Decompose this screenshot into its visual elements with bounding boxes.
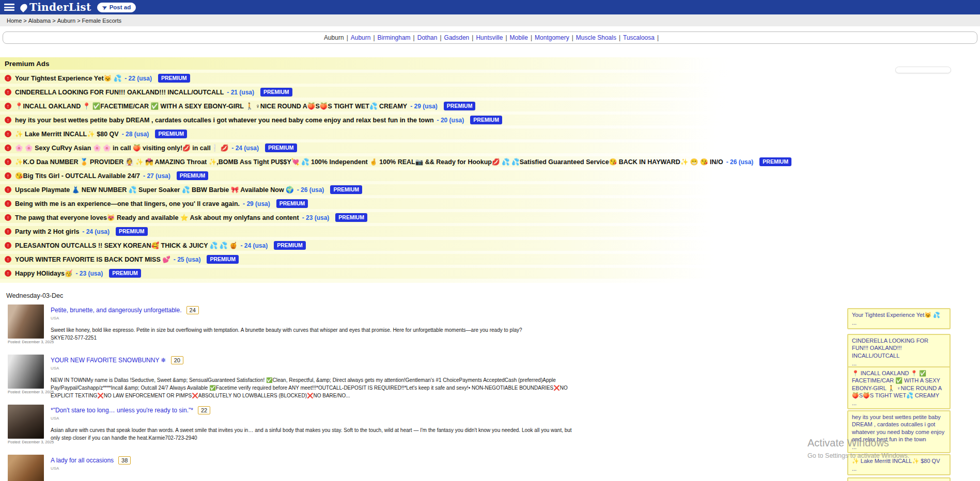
premium-ad-title[interactable]: The pawg that everyone loves😻 Ready and … [15, 214, 299, 221]
listing-title-link[interactable]: YOUR NEW FAVORITE SNOWBUNNY ❄ [51, 357, 166, 364]
premium-ad-age-meta: - 21 (usa) [227, 89, 254, 96]
premium-badge[interactable]: PREMIUM [177, 171, 209, 180]
listing-posted-date: Posted: December 3, 2025 [8, 340, 47, 344]
breadcrumb-item-auburn[interactable]: Auburn [57, 18, 75, 24]
premium-badge[interactable]: PREMIUM [759, 157, 791, 166]
city-link-huntsville[interactable]: Huntsville [476, 34, 503, 41]
listing-age-badge: 24 [186, 306, 199, 314]
premium-ad-title[interactable]: 😘Big Tits Girl - OUTCALL Available 24/7 [15, 172, 140, 180]
premium-badge[interactable]: PREMIUM [276, 199, 308, 208]
city-link-gadsden[interactable]: Gadsden [444, 34, 470, 41]
site-logo[interactable]: TinderList [21, 1, 91, 13]
premium-badge[interactable]: PREMIUM [116, 227, 148, 236]
breadcrumb-item-female-escorts[interactable]: Female Escorts [82, 18, 121, 24]
city-link-dothan[interactable]: Dothan [417, 34, 438, 41]
breadcrumb-item-alabama[interactable]: Alabama [28, 18, 51, 24]
premium-badge[interactable]: PREMIUM [109, 269, 141, 278]
premium-ad-title[interactable]: 📍INCALL OAKLAND 📍 ✅FACETIME/CAR ✅ WITH A… [15, 102, 407, 110]
listing-title-link[interactable]: Petite, brunette, and dangerously unforg… [51, 307, 182, 314]
listing-age-badge: 38 [118, 456, 131, 464]
listing-country-label: USA [51, 366, 572, 371]
premium-badge[interactable]: PREMIUM [330, 185, 362, 194]
premium-ad-title[interactable]: ✨K.O Daa NUMBER 🏅 PROVIDER 👰 ✨ 💏 AMAZING… [15, 158, 723, 166]
listing-thumbnail[interactable] [8, 304, 44, 339]
sidebar-ad-box[interactable]: hey its your best wettes petite baby DRE… [847, 410, 951, 453]
premium-ad-row: ↑Upscale Playmate 👗 NEW NUMBER 💦 Super S… [0, 184, 980, 195]
listing-title-link[interactable]: *"Don't stare too long… unless you're re… [51, 407, 193, 414]
city-separator: | [619, 34, 620, 41]
premium-ad-row: ↑YOUR WINTER FAVORITE IS BACK DONT MISS … [0, 254, 980, 265]
sidebar-ad-title[interactable]: ✨ Lake Merritt INCALL✨ $80 QV [852, 458, 940, 464]
sidebar-ad-box[interactable]: Your Tightest Experience Yet😼 💦... [847, 308, 951, 329]
sidebar-ad-title[interactable]: hey its your best wettes petite baby DRE… [852, 414, 944, 442]
bump-arrow-icon: ↑ [5, 270, 11, 277]
listing-thumbnail[interactable] [8, 355, 44, 389]
sidebar-ad-box[interactable]: ✨ Lake Merritt INCALL✨ $80 QV... [847, 454, 951, 475]
sidebar-ad-box[interactable] [847, 477, 951, 481]
city-link-montgomery[interactable]: Montgomery [535, 34, 569, 41]
sidebar-ad-box[interactable]: CINDERELLA LOOKING FOR FUN!!! OAKLAND!!!… [847, 334, 951, 370]
city-link-mobile[interactable]: Mobile [510, 34, 528, 41]
sidebar-ad-ellipsis: ... [852, 465, 946, 472]
bump-arrow-icon: ↑ [5, 172, 11, 179]
listing-title-row: YOUR NEW FAVORITE SNOWBUNNY ❄20 [51, 356, 572, 364]
premium-badge[interactable]: PREMIUM [207, 255, 239, 264]
sidebar-ad-title[interactable]: CINDERELLA LOOKING FOR FUN!!! OAKLAND!!!… [852, 338, 928, 359]
post-ad-label: Post ad [110, 4, 131, 10]
flame-icon [19, 2, 28, 12]
sidebar-ad-box[interactable]: 📍 INCALL OAKLAND 📍 ✅ FACETIME/CAR ✅ WITH… [847, 366, 951, 409]
premium-ad-row: ↑PLEASANTON OUTCALLS !! SEXY KOREAN🥰 THI… [0, 240, 980, 251]
premium-ad-title[interactable]: hey its your best wettes petite baby DRE… [15, 117, 434, 124]
premium-badge[interactable]: PREMIUM [158, 74, 190, 83]
premium-ad-title[interactable]: PLEASANTON OUTCALLS !! SEXY KOREAN🥰 THIC… [15, 242, 237, 249]
listing-thumbnail[interactable] [8, 405, 44, 439]
premium-ads-title: Premium Ads [0, 57, 980, 70]
premium-ad-age-meta: - 23 (usa) [75, 270, 103, 277]
menu-icon[interactable] [3, 3, 15, 12]
premium-ad-title[interactable]: Your Tightest Experience Yet😼 💦 [15, 74, 121, 82]
premium-ad-row: ↑Happy HOlidays🥳- 23 (usa)PREMIUM [0, 268, 980, 279]
city-link-tuscaloosa[interactable]: Tuscaloosa [623, 34, 655, 41]
premium-ad-age-meta: - 23 (usa) [302, 214, 330, 221]
premium-badge[interactable]: PREMIUM [155, 130, 187, 138]
listing-thumbnail[interactable] [8, 455, 44, 481]
breadcrumb-item-home[interactable]: Home [7, 18, 22, 24]
premium-ad-title[interactable]: CINDERELLA LOOKING FOR FUN!!! OAKLAND!!!… [15, 89, 224, 96]
city-link-muscle-shoals[interactable]: Muscle Shoals [576, 34, 616, 41]
premium-ad-title[interactable]: 🌸 🌸 Sexy CuRvy Asian 🌸 🌸 in call 🍑 visit… [15, 144, 228, 152]
premium-badge[interactable]: PREMIUM [470, 116, 502, 124]
premium-ad-title[interactable]: YOUR WINTER FAVORITE IS BACK DONT MISS 💕 [15, 255, 170, 263]
sidebar-ad-title[interactable]: 📍 INCALL OAKLAND 📍 ✅ FACETIME/CAR ✅ WITH… [852, 370, 942, 398]
post-ad-button[interactable]: ➤ Post ad [97, 3, 136, 12]
bump-arrow-icon: ↑ [5, 242, 11, 249]
city-link-auburn[interactable]: Auburn [351, 34, 371, 41]
bump-arrow-icon: ↑ [5, 103, 11, 109]
bump-arrow-icon: ↑ [5, 75, 11, 82]
listing-title-link[interactable]: A lady for all occasions [51, 457, 114, 464]
city-link-birmingham[interactable]: Birmingham [378, 34, 411, 41]
premium-ad-age-meta: - 29 (usa) [243, 200, 270, 207]
premium-ad-title[interactable]: Happy HOlidays🥳 [15, 269, 72, 277]
city-separator: | [347, 34, 348, 41]
premium-ad-title[interactable]: Party with 2 Hot girls [15, 228, 79, 235]
listing-thumb-column [8, 455, 47, 481]
bump-arrow-icon: ↑ [5, 256, 11, 263]
sidebar-ad-title[interactable]: Your Tightest Experience Yet😼 💦 [852, 312, 940, 318]
city-separator: | [373, 34, 375, 41]
listing-body: A lady for all occasions38USA [51, 455, 131, 481]
premium-badge[interactable]: PREMIUM [260, 88, 292, 97]
premium-ad-age-meta: - 27 (usa) [143, 172, 170, 180]
premium-badge[interactable]: PREMIUM [274, 241, 306, 250]
premium-badge[interactable]: PREMIUM [444, 102, 476, 110]
premium-ad-title[interactable]: Being with me is an experience—one that … [15, 200, 240, 207]
premium-badge[interactable]: PREMIUM [265, 143, 297, 152]
bump-arrow-icon: ↑ [5, 89, 11, 95]
listing-body: Petite, brunette, and dangerously unforg… [51, 304, 572, 355]
city-link-auburn[interactable]: Auburn [324, 34, 344, 41]
premium-ad-title[interactable]: Upscale Playmate 👗 NEW NUMBER 💦 Super So… [15, 186, 294, 194]
premium-ad-age-meta: - 29 (usa) [410, 103, 438, 110]
listing-posted-date: Posted: December 3, 2025 [8, 440, 47, 444]
premium-ad-age-meta: - 25 (usa) [174, 256, 201, 263]
premium-ad-title[interactable]: ✨ Lake Merritt INCALL✨ $80 QV [15, 130, 119, 138]
premium-badge[interactable]: PREMIUM [335, 213, 367, 222]
